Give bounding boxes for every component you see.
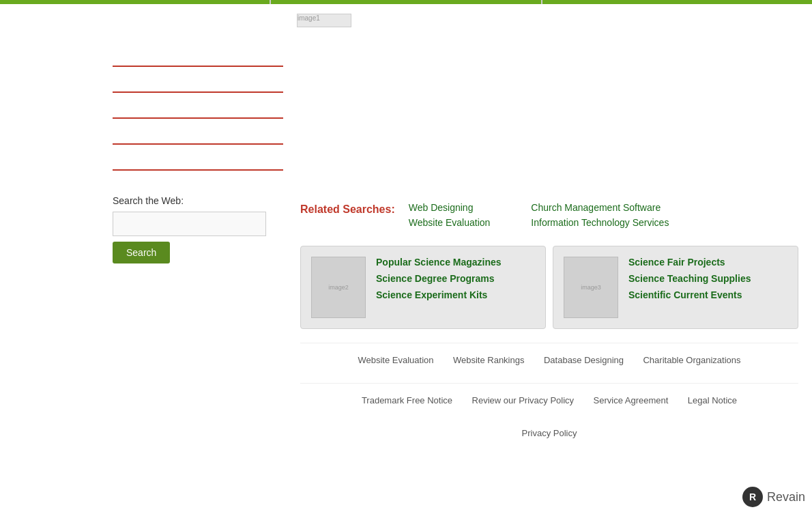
revain-logo: R Revain	[742, 487, 805, 507]
card-1-image: image2	[311, 257, 366, 318]
card-2-link-2[interactable]: Science Teaching Supplies	[628, 273, 751, 284]
card-2: image3 Science Fair Projects Science Tea…	[553, 246, 798, 329]
related-link-web-designing[interactable]: Web Designing	[409, 202, 491, 213]
footer-link-website-rankings[interactable]: Website Rankings	[453, 355, 525, 365]
footer-legal-links: Trademark Free Notice Review our Privacy…	[300, 383, 798, 416]
footer-link-charitable-organizations[interactable]: Charitable Organizations	[643, 355, 740, 365]
card-1: image2 Popular Science Magazines Science…	[300, 246, 546, 329]
card-2-image: image3	[564, 257, 618, 318]
related-searches-label: Related Searches:	[300, 202, 395, 216]
card-1-link-2[interactable]: Science Degree Programs	[376, 273, 502, 284]
related-link-information-technology[interactable]: Information Technology Services	[531, 217, 669, 228]
footer-legal-notice[interactable]: Legal Notice	[688, 395, 737, 405]
card-2-link-1[interactable]: Science Fair Projects	[628, 257, 751, 268]
footer-service-agreement[interactable]: Service Agreement	[594, 395, 669, 405]
related-columns: Web Designing Website Evaluation Church …	[409, 202, 669, 232]
revain-icon: R	[742, 487, 763, 507]
card-1-link-3[interactable]: Science Experiment Kits	[376, 289, 502, 300]
search-section: Search the Web: Search	[113, 195, 273, 263]
footer-privacy-policy-link[interactable]: Privacy Policy	[522, 428, 577, 438]
sidebar-line-3	[113, 117, 283, 119]
banner-seg-2	[271, 0, 540, 4]
card-2-link-3[interactable]: Scientific Current Events	[628, 289, 751, 300]
related-link-church-management[interactable]: Church Management Software	[531, 202, 669, 213]
sidebar-line-2	[113, 91, 283, 93]
search-label: Search the Web:	[113, 195, 273, 206]
sidebar-line-4	[113, 143, 283, 145]
search-input[interactable]	[113, 212, 266, 236]
sidebar-line-1	[113, 66, 283, 67]
related-link-website-evaluation[interactable]: Website Evaluation	[409, 217, 491, 228]
footer-bottom: Privacy Policy	[300, 416, 798, 442]
banner-seg-1	[0, 0, 270, 4]
top-banner	[0, 0, 812, 4]
card-2-links: Science Fair Projects Science Teaching S…	[628, 257, 751, 306]
revain-label: Revain	[767, 490, 805, 504]
header-image-area: image1	[0, 4, 812, 25]
footer-links: Website Evaluation Website Rankings Data…	[300, 343, 798, 376]
card-1-link-1[interactable]: Popular Science Magazines	[376, 257, 502, 268]
search-button[interactable]: Search	[113, 242, 170, 263]
right-content: Related Searches: Web Designing Website …	[293, 25, 812, 456]
left-sidebar: Search the Web: Search	[0, 25, 293, 456]
related-col-2: Church Management Software Information T…	[531, 202, 669, 232]
card-1-links: Popular Science Magazines Science Degree…	[376, 257, 502, 306]
footer-link-website-evaluation[interactable]: Website Evaluation	[358, 355, 433, 365]
footer-trademark-notice[interactable]: Trademark Free Notice	[362, 395, 452, 405]
sidebar-line-5	[113, 169, 283, 171]
cards-row: image2 Popular Science Magazines Science…	[300, 246, 798, 329]
footer-privacy-policy-review[interactable]: Review our Privacy Policy	[472, 395, 575, 405]
banner-seg-3	[542, 0, 812, 4]
footer-link-database-designing[interactable]: Database Designing	[544, 355, 624, 365]
related-searches: Related Searches: Web Designing Website …	[300, 31, 798, 232]
related-col-1: Web Designing Website Evaluation	[409, 202, 491, 232]
main-layout: Search the Web: Search Related Searches:…	[0, 25, 812, 456]
